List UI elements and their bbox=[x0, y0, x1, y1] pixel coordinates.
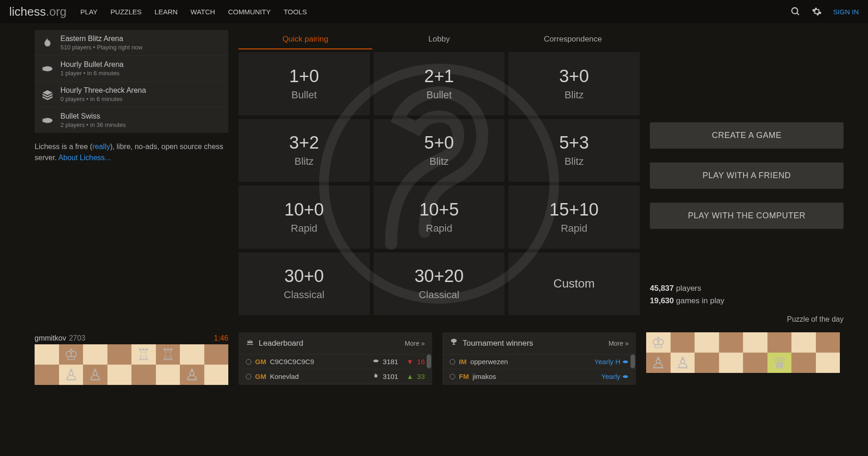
featured-game[interactable]: gmmitkov2703 1:46 ♔♖♖ ♙♙♙ bbox=[35, 332, 228, 385]
nav-watch[interactable]: WATCH bbox=[190, 8, 215, 16]
scrollbar-thumb[interactable] bbox=[427, 354, 431, 368]
status-ring-icon bbox=[450, 359, 455, 365]
pairing-5-3-blitz[interactable]: 5+3Blitz bbox=[508, 119, 640, 182]
pairing-2-1-bullet[interactable]: 2+1Bullet bbox=[374, 52, 505, 115]
nav-learn[interactable]: LEARN bbox=[155, 8, 178, 16]
play-friend-button[interactable]: PLAY WITH A FRIEND bbox=[650, 162, 844, 189]
topbar-right: SIGN IN bbox=[791, 6, 859, 17]
tournament-row[interactable]: Hourly Bullet Arena 1 player • in 6 minu… bbox=[35, 56, 228, 82]
pairing-time: 3+2 bbox=[289, 133, 319, 153]
scrollbar-thumb[interactable] bbox=[630, 354, 635, 368]
rating-delta: 16 bbox=[417, 358, 425, 366]
bullet-icon bbox=[373, 358, 379, 366]
event-name: Yearly H bbox=[595, 358, 620, 366]
svg-point-5 bbox=[373, 360, 379, 362]
tournament-title: Bullet Swiss bbox=[60, 112, 126, 120]
pairing-time: 5+0 bbox=[424, 133, 454, 153]
trophy-icon bbox=[450, 338, 458, 348]
tournament-title: Eastern Blitz Arena bbox=[60, 35, 143, 43]
pairing-type: Bullet bbox=[426, 89, 452, 101]
player-title: FM bbox=[459, 372, 469, 380]
tournament-sub: 1 player • in 6 minutes bbox=[60, 70, 124, 77]
tagline-text: Lichess is a free ( bbox=[35, 143, 92, 150]
signin-link[interactable]: SIGN IN bbox=[833, 8, 859, 16]
pairing-custom[interactable]: Custom bbox=[508, 252, 640, 316]
crown-icon bbox=[246, 338, 254, 348]
pairing-3-2-blitz[interactable]: 3+2Blitz bbox=[238, 119, 370, 182]
svg-line-1 bbox=[797, 13, 799, 15]
pairing-time: 3+0 bbox=[559, 66, 589, 86]
pairing-5-0-blitz[interactable]: 5+0Blitz bbox=[374, 119, 505, 182]
pairing-time: 30+0 bbox=[285, 266, 324, 286]
center: Quick pairing Lobby Correspondence 1+0Bu… bbox=[238, 30, 640, 325]
tab-quick-pairing[interactable]: Quick pairing bbox=[238, 30, 372, 49]
tab-lobby[interactable]: Lobby bbox=[372, 30, 506, 49]
tournament-row[interactable]: Hourly Three-check Arena 0 players • in … bbox=[35, 82, 228, 108]
pairing-grid: 1+0Bullet 2+1Bullet 3+0Blitz 3+2Blitz 5+… bbox=[238, 52, 640, 315]
player-title: GM bbox=[255, 372, 266, 380]
pairing-30-20-classical[interactable]: 30+20Classical bbox=[374, 252, 505, 316]
search-icon[interactable] bbox=[791, 6, 801, 17]
games-label: games in play bbox=[674, 296, 725, 305]
pairing-time: 5+3 bbox=[559, 133, 589, 153]
flame-icon bbox=[41, 36, 54, 49]
pairing-10-0-rapid[interactable]: 10+0Rapid bbox=[238, 186, 370, 249]
nav-community[interactable]: COMMUNITY bbox=[228, 8, 271, 16]
tournament-list: Eastern Blitz Arena 510 players • Playin… bbox=[35, 30, 228, 133]
featured-header: gmmitkov2703 1:46 bbox=[35, 332, 228, 344]
leaderboard-row[interactable]: GM C9C9C9C9C9 3181 ▼ 16 bbox=[238, 354, 432, 369]
tournament-title: Hourly Bullet Arena bbox=[60, 60, 124, 69]
player-name: Konevlad bbox=[270, 372, 369, 380]
player-title: IM bbox=[459, 358, 467, 366]
nav-puzzles[interactable]: PUZZLES bbox=[111, 8, 142, 16]
event-link[interactable]: Yearly bbox=[601, 372, 629, 380]
pairing-1-0-bullet[interactable]: 1+0Bullet bbox=[238, 52, 370, 115]
more-link[interactable]: More » bbox=[404, 340, 425, 347]
pairing-type: Classical bbox=[284, 289, 324, 301]
tournament-row[interactable]: Bullet Swiss 2 players • in 36 minutes bbox=[35, 108, 228, 133]
really-link[interactable]: really bbox=[92, 143, 110, 150]
leaderboard-row[interactable]: GM Konevlad 3101 ▲ 33 bbox=[238, 369, 432, 384]
logo-suffix: .org bbox=[46, 5, 66, 18]
gear-icon[interactable] bbox=[812, 6, 822, 17]
rating-delta: 33 bbox=[417, 372, 425, 380]
player-rating: 3181 bbox=[383, 358, 398, 366]
tournament-sub: 2 players • in 36 minutes bbox=[60, 121, 126, 128]
puzzle-board[interactable]: ♔ ♙♙♛ bbox=[646, 332, 840, 373]
featured-rating: 2703 bbox=[69, 334, 85, 342]
twinner-row[interactable]: IM opperwezen Yearly H bbox=[442, 354, 636, 369]
pairing-type: Blitz bbox=[565, 156, 584, 168]
custom-label: Custom bbox=[553, 276, 595, 291]
more-link[interactable]: More » bbox=[608, 340, 629, 347]
tab-correspondence[interactable]: Correspondence bbox=[506, 30, 640, 49]
play-computer-button[interactable]: PLAY WITH THE COMPUTER bbox=[650, 203, 844, 229]
pairing-type: Rapid bbox=[561, 222, 587, 234]
pairing-time: 30+20 bbox=[415, 266, 464, 286]
pairing-type: Blitz bbox=[565, 89, 584, 101]
twinner-row[interactable]: FM jimakos Yearly bbox=[442, 369, 636, 384]
pairing-30-0-classical[interactable]: 30+0Classical bbox=[238, 252, 370, 316]
status-ring-icon bbox=[450, 374, 455, 379]
players-label: players bbox=[674, 284, 702, 293]
create-game-button[interactable]: CREATE A GAME bbox=[650, 122, 844, 149]
action-buttons: CREATE A GAME PLAY WITH A FRIEND PLAY WI… bbox=[650, 122, 844, 229]
about-link[interactable]: About Lichess... bbox=[59, 154, 111, 162]
pairing-time: 15+10 bbox=[549, 200, 599, 220]
nav-play[interactable]: PLAY bbox=[80, 8, 97, 16]
logo[interactable]: lichess.org bbox=[9, 5, 66, 19]
leaderboard-title: Leaderboard bbox=[259, 339, 303, 348]
tournament-row[interactable]: Eastern Blitz Arena 510 players • Playin… bbox=[35, 30, 228, 56]
tournament-winners-panel: Tournament winners More » IM opperwezen … bbox=[442, 332, 636, 385]
nav-tools[interactable]: TOOLS bbox=[284, 8, 307, 16]
pairing-3-0-blitz[interactable]: 3+0Blitz bbox=[508, 52, 640, 115]
pairing-type: Blitz bbox=[295, 156, 314, 168]
svg-point-3 bbox=[42, 118, 53, 123]
pairing-15-10-rapid[interactable]: 15+10Rapid bbox=[508, 186, 640, 249]
svg-point-7 bbox=[623, 375, 628, 378]
pairing-10-5-rapid[interactable]: 10+5Rapid bbox=[374, 186, 505, 249]
panel-body: IM opperwezen Yearly H FM jimakos Yearly bbox=[442, 354, 636, 384]
featured-player: gmmitkov bbox=[35, 334, 66, 342]
event-link[interactable]: Yearly H bbox=[595, 358, 629, 366]
tournament-sub: 510 players • Playing right now bbox=[60, 44, 143, 51]
panel-title: Leaderboard bbox=[246, 338, 303, 348]
